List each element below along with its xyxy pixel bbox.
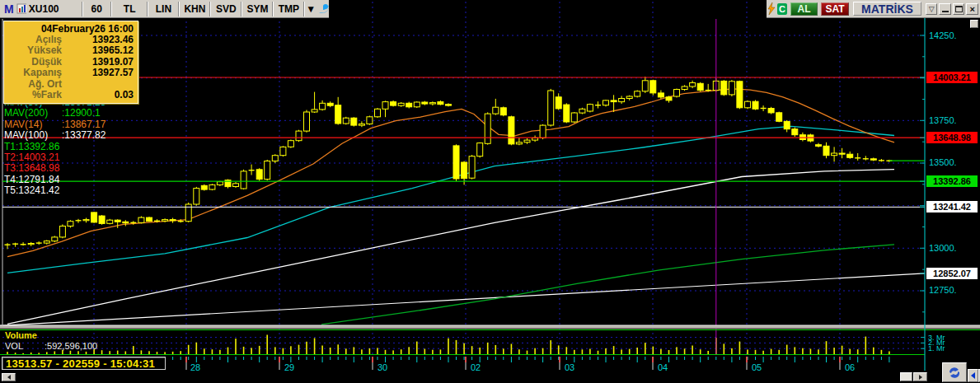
maximize-button[interactable] (953, 3, 965, 15)
toolbar-item-tmp[interactable]: TMP (274, 0, 303, 17)
symbol-chart-icon (16, 2, 26, 15)
lightning-icon[interactable] (767, 2, 776, 15)
date-label: 02 (471, 362, 481, 372)
axis-price-label: 13000. (929, 243, 957, 253)
buy-button[interactable]: AL (790, 2, 817, 16)
tooltip-row: Kapanış13927.57 (7, 68, 134, 78)
toolbar-item-lin[interactable]: LIN (148, 0, 178, 17)
date-label: 05 (752, 362, 762, 372)
volume-label: VOL (5, 341, 23, 351)
date-label: 03 (565, 362, 574, 372)
period-button[interactable]: 60 (83, 0, 110, 17)
twitter-icon[interactable] (318, 3, 329, 15)
symbol-field[interactable]: XU100 (26, 0, 82, 17)
legend-row: T1:13392.86 (4, 142, 106, 152)
indicator-legend: MAV(50):13671.25MAV(200):12900.1MAV(14):… (4, 97, 106, 197)
volume-value: :592,596,100 (45, 341, 97, 351)
date-label: 28 (190, 362, 200, 372)
legend-row: T4:12791.84 (4, 175, 106, 185)
c-icon[interactable]: C (777, 3, 788, 15)
app-m-logo: M (0, 2, 16, 16)
matriks-logo: MATRİKS (853, 2, 921, 16)
legend-row: MAV(14):13867.17 (4, 119, 106, 130)
toolbar-item-khn[interactable]: KHN (180, 0, 209, 17)
close-button[interactable]: × (966, 3, 978, 15)
axis-scroll-button[interactable] (970, 20, 978, 28)
date-label: 06 (845, 362, 855, 372)
legend-row: MAV(100):13377.82 (4, 130, 106, 141)
tooltip-row: Yüksek13965.12 (7, 45, 134, 56)
legend-row: T3:13648.98 (4, 163, 106, 174)
date-label: 04 (658, 362, 668, 372)
axis-level-badge: 14003.21 (926, 72, 978, 83)
axis-price-label: 12750. (929, 285, 957, 295)
tooltip-row: Düşük13919.07 (7, 57, 134, 68)
ohlc-tooltip: 04February26 16:00 Açılış13923.46Yüksek1… (3, 21, 138, 104)
axis-price-label: 13500. (929, 157, 957, 167)
sell-button[interactable]: SAT (821, 2, 849, 16)
toolbar-item-sym[interactable]: SYM (242, 0, 272, 17)
chevron-down-icon[interactable]: ▼ (305, 0, 317, 17)
toolbar-item-svd[interactable]: SVD (211, 0, 241, 17)
volume-scale-label: 1. Mr (928, 345, 945, 353)
window-dropdown-button[interactable]: ▽ (926, 3, 938, 15)
toolbar-right: C AL SAT MATRİKS ▽ × (767, 0, 980, 18)
volume-pane-title: Volume (5, 330, 37, 340)
toolbar-menu: LINKHNSVDSYMTMP (148, 0, 305, 17)
minimize-button[interactable] (939, 3, 951, 15)
axis-price-label: 14250. (929, 30, 957, 40)
date-label: 30 (377, 362, 387, 372)
volume-readout: VOL :592,596,100 (5, 341, 23, 351)
axis-level-badge: 13392.86 (926, 175, 978, 187)
currency-button[interactable]: TL (112, 0, 148, 17)
axis-level-badge: 13648.98 (926, 132, 978, 143)
chart-canvas[interactable] (0, 0, 980, 383)
date-label: 29 (284, 362, 294, 372)
tooltip-row: Ağ. Ort (7, 79, 134, 90)
axis-level-badge: 13241.42 (926, 201, 978, 213)
legend-row: T2:14003.21 (4, 152, 106, 163)
axis-price-label: 13750. (929, 115, 957, 125)
tooltip-datetime: 04February26 16:00 (7, 23, 134, 35)
toolbar-left: M XU100 60 TL LINKHNSVDSYMTMP ▼ (0, 0, 329, 18)
legend-row: MAV(200):12900.1 (4, 108, 106, 119)
status-bar: 13513.57 - 202559 - 15:04:31 (2, 357, 166, 370)
legend-row: T5:13241.42 (4, 185, 106, 196)
tooltip-row: Açılış13923.46 (7, 35, 134, 45)
tooltip-row: %Fark0.03 (7, 90, 134, 100)
axis-level-badge: 12852.07 (926, 268, 978, 279)
